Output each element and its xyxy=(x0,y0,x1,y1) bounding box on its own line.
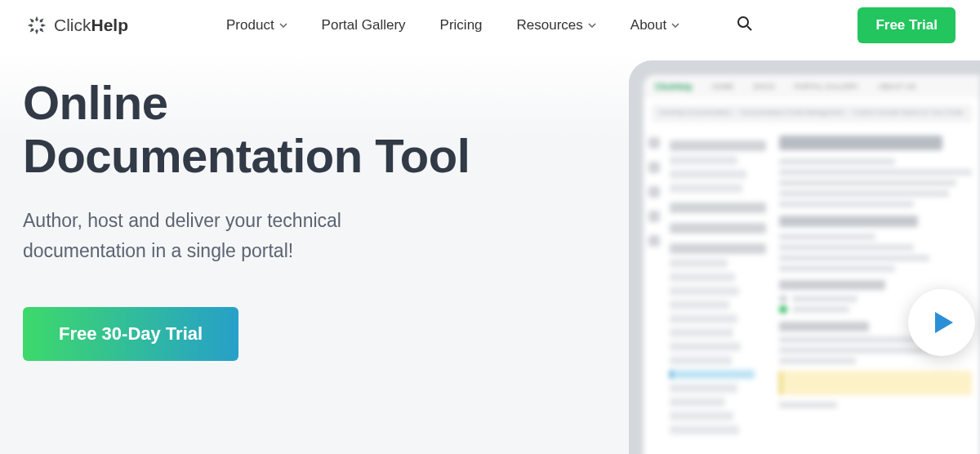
logo[interactable]: ClickHelp xyxy=(24,13,128,38)
hero-preview: ClickHelp HOMEDOCSPORTAL GALLERYABOUT US… xyxy=(629,60,980,454)
site-header: ClickHelp Product Portal Gallery Pricing… xyxy=(0,0,980,51)
nav-label: Product xyxy=(226,17,274,33)
chevron-down-icon xyxy=(588,23,596,28)
chevron-down-icon xyxy=(279,23,287,28)
hero-section: Online Documentation Tool Author, host a… xyxy=(0,51,980,454)
main-nav: Product Portal Gallery Pricing Resources… xyxy=(226,16,753,35)
nav-label: Pricing xyxy=(440,17,483,33)
play-video-button[interactable] xyxy=(908,289,975,356)
search-button[interactable] xyxy=(737,16,753,35)
hero-title: Online Documentation Tool xyxy=(23,77,490,183)
nav-portal-gallery[interactable]: Portal Gallery xyxy=(322,17,406,33)
free-30-day-trial-button[interactable]: Free 30-Day Trial xyxy=(23,307,238,361)
device-frame: ClickHelp HOMEDOCSPORTAL GALLERYABOUT US… xyxy=(629,60,980,454)
hero-subtitle: Author, host and deliver your technical … xyxy=(23,206,431,266)
nav-product[interactable]: Product xyxy=(226,17,287,33)
chevron-down-icon xyxy=(671,23,679,28)
free-trial-button[interactable]: Free Trial xyxy=(858,7,956,43)
nav-label: Resources xyxy=(517,17,583,33)
nav-resources[interactable]: Resources xyxy=(517,17,596,33)
logo-icon xyxy=(24,13,49,38)
logo-text: ClickHelp xyxy=(54,16,128,35)
nav-about[interactable]: About xyxy=(630,17,679,33)
search-icon xyxy=(737,16,753,32)
svg-line-1 xyxy=(747,26,751,30)
hero-copy: Online Documentation Tool Author, host a… xyxy=(0,51,490,454)
nav-label: Portal Gallery xyxy=(322,17,406,33)
nav-pricing[interactable]: Pricing xyxy=(440,17,483,33)
svg-point-0 xyxy=(738,17,748,27)
nav-label: About xyxy=(630,17,666,33)
app-preview-blurred: ClickHelp HOMEDOCSPORTAL GALLERYABOUT US… xyxy=(644,75,980,454)
play-icon xyxy=(935,312,953,333)
